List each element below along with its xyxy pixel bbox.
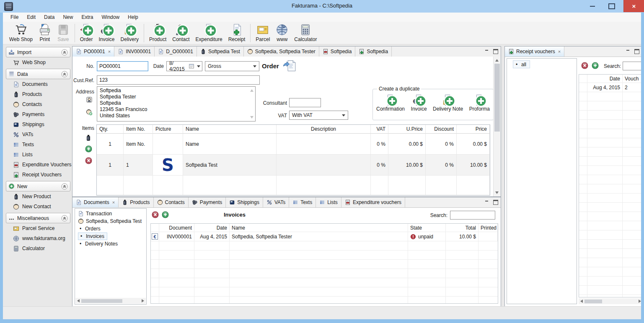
sidebar-item-products[interactable]: Products [6, 89, 70, 99]
item-cell-name[interactable]: Name [183, 134, 277, 155]
new-order-button[interactable]: Order [77, 23, 96, 43]
item-cell-discount[interactable]: 0 % [426, 134, 457, 155]
collapse-icon[interactable] [61, 49, 68, 56]
new-product-button[interactable]: Product [146, 23, 169, 43]
col-total[interactable]: Total [446, 224, 478, 232]
item-cell-uprice[interactable]: 0.00 $ [388, 134, 426, 155]
col-document[interactable]: Document [159, 224, 194, 232]
invoice-row[interactable]: € INV000001 Aug 4, 2015 Softpedia, Softp… [151, 232, 498, 241]
tab-shippings[interactable]: Shippings [226, 197, 263, 207]
sidebar-item-expenditure-vouchers[interactable]: Expenditure Vouchers [6, 160, 70, 170]
document-number-input[interactable] [97, 61, 148, 71]
item-cell-uprice[interactable]: 10.00 $ [388, 155, 426, 176]
menu-help[interactable]: Help [124, 13, 142, 21]
new-invoice-button[interactable]: € Invoice [96, 23, 118, 43]
item-cell-vat[interactable]: 0 % [371, 155, 388, 176]
tab-contacts[interactable]: Contacts [154, 197, 189, 207]
new-contact-button[interactable]: Contact [169, 23, 192, 43]
address-textarea[interactable]: Softpedia Softpedia Tester Softpedia 123… [97, 86, 256, 121]
minimize-view-icon[interactable] [485, 200, 489, 204]
date-picker[interactable]: 8/ 4/2015 [166, 61, 202, 71]
category-all[interactable]: • all [513, 60, 530, 68]
collapse-icon[interactable] [61, 71, 68, 78]
scroll-down-icon[interactable] [250, 116, 253, 119]
voucher-row[interactable]: Aug 4, 2015 2 [579, 83, 642, 92]
item-cell-name[interactable]: Softpedia Test [183, 155, 277, 176]
scroll-left-icon[interactable] [77, 299, 80, 302]
items-col-description[interactable]: Description [277, 125, 371, 134]
close-icon[interactable]: × [112, 200, 115, 205]
tab-po00001[interactable]: PO00001 × [72, 47, 114, 57]
vat-select[interactable]: With VAT [289, 111, 348, 120]
item-cell-price[interactable]: 0.00 $ [457, 134, 490, 155]
section-import[interactable]: Import [6, 47, 70, 57]
add-voucher-button[interactable] [592, 62, 599, 69]
maximize-view-icon[interactable] [493, 49, 498, 54]
collapse-icon[interactable] [61, 215, 68, 222]
maximize-view-icon[interactable] [493, 200, 498, 205]
window-maximize-button[interactable] [605, 0, 619, 12]
tab-softpedia-test[interactable]: Softpedia Test [197, 47, 244, 57]
items-col-itemno[interactable]: Item No. [124, 125, 153, 134]
tab-lists[interactable]: Lists [316, 197, 341, 207]
www-button[interactable]: www [273, 23, 291, 43]
sidebar-item-payments[interactable]: Payments [6, 109, 70, 119]
item-cell-price[interactable]: 10.00 $ [457, 155, 490, 176]
tab-receipt-vouchers[interactable]: Receipt vouchers × [505, 47, 564, 57]
item-cell-discount[interactable]: 0 % [426, 155, 457, 176]
items-col-discount[interactable]: Discount [426, 125, 457, 134]
tab-expenditure-vouchers[interactable]: Expenditure vouchers [341, 197, 405, 207]
duplicate-proforma-button[interactable]: Proforma [469, 94, 490, 112]
sidebar-item-new-product[interactable]: New Product [6, 191, 70, 202]
new-expenditure-button[interactable]: Expenditure [193, 23, 225, 43]
item-cell-itemno[interactable]: Item No. [124, 134, 153, 155]
tree-item-invoices[interactable]: •Invoices [75, 233, 146, 240]
customer-reference-input[interactable] [97, 75, 260, 85]
new-delivery-button[interactable]: Delivery [118, 23, 142, 43]
sidebar-item-contacts[interactable]: Contacts [6, 99, 70, 109]
col-state[interactable]: State [408, 224, 446, 232]
section-miscellaneous[interactable]: Miscellaneous [6, 213, 70, 223]
new-receipt-button[interactable]: Receipt [225, 23, 248, 43]
sidebar-item-shippings[interactable]: Shippings [6, 119, 70, 129]
add-item-button[interactable] [85, 145, 92, 152]
tab-softpedia-expenditure[interactable]: Softpedia [319, 47, 356, 57]
close-icon[interactable]: × [108, 49, 111, 54]
scroll-down-icon[interactable] [495, 191, 499, 194]
tree-item-transaction[interactable]: Transaction [75, 210, 146, 217]
minimize-view-icon[interactable] [485, 49, 489, 54]
tab-products[interactable]: Products [119, 197, 153, 207]
item-cell-picture[interactable] [153, 134, 183, 155]
tab-d-o000001[interactable]: D_O000001 [155, 47, 197, 57]
items-col-picture[interactable]: Picture [153, 125, 183, 134]
add-document-button[interactable] [162, 211, 169, 218]
collapse-icon[interactable] [61, 183, 68, 190]
print-button[interactable]: Print [36, 23, 54, 43]
menu-new[interactable]: New [59, 13, 77, 21]
tree-item-contact[interactable]: Softpedia, Softpedia Test [75, 217, 146, 225]
section-data[interactable]: Data [6, 69, 70, 79]
sidebar-item-website[interactable]: www.fakturama.org [6, 233, 70, 243]
close-icon[interactable]: × [558, 49, 561, 54]
item-cell-description[interactable] [277, 134, 371, 155]
delete-document-button[interactable] [152, 211, 159, 218]
item-cell-picture[interactable]: S [153, 155, 183, 176]
col-printed[interactable]: Printed [478, 224, 498, 232]
select-contact-icon[interactable] [86, 109, 93, 116]
scrollbar-thumb[interactable] [585, 300, 602, 303]
menu-edit[interactable]: Edit [23, 13, 40, 21]
parcel-button[interactable]: Parcel [253, 23, 273, 43]
tab-vats[interactable]: VATs [263, 197, 289, 207]
minimize-view-icon[interactable] [626, 49, 631, 54]
duplicate-delivery-note-button[interactable]: Delivery Note [433, 94, 463, 112]
tab-documents[interactable]: Documents × [72, 197, 119, 207]
items-col-name[interactable]: Name [183, 125, 277, 134]
gross-net-select[interactable]: Gross [205, 61, 259, 71]
window-close-button[interactable]: × [623, 0, 644, 12]
delete-item-button[interactable] [85, 157, 92, 164]
menu-extra[interactable]: Extra [77, 13, 97, 21]
sidebar-item-calculator[interactable]: Calculator [6, 243, 70, 253]
scroll-up-icon[interactable] [495, 59, 499, 62]
items-col-price[interactable]: Price [457, 125, 490, 134]
webshop-button[interactable]: Web Shop [6, 23, 36, 43]
